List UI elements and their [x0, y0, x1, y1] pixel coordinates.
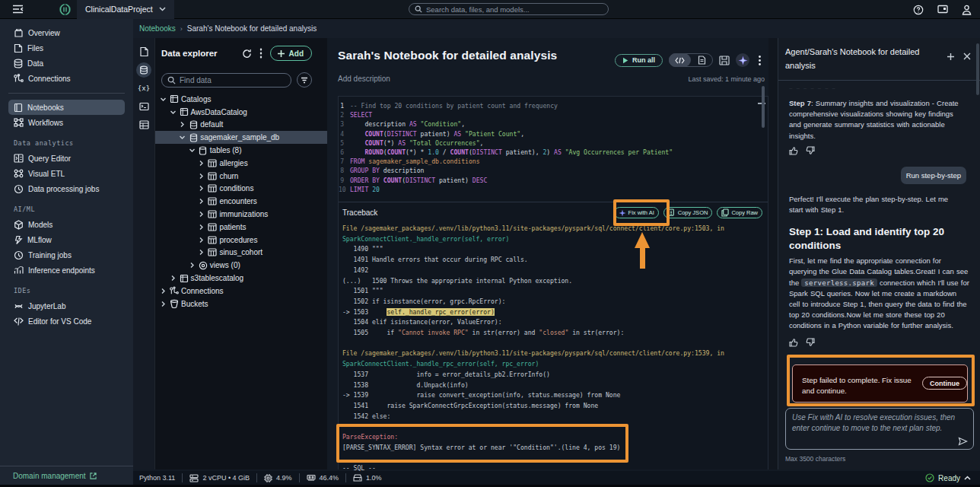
add-button[interactable]: Add: [270, 46, 312, 61]
notebook-scrollbar[interactable]: [762, 86, 765, 128]
table-panel-icon[interactable]: [136, 117, 151, 132]
agent-chat-input[interactable]: Use Fix with AI to resolve execution iss…: [785, 408, 974, 450]
sidebar-item-connections[interactable]: Connections: [8, 71, 125, 86]
global-search-input[interactable]: Search data, files, and models...: [409, 3, 609, 15]
tree-item-procedures[interactable]: procedures: [155, 234, 327, 247]
chevron-down-icon[interactable]: [170, 109, 177, 116]
find-data-input[interactable]: Find data: [161, 73, 291, 88]
memory-icon: [307, 474, 316, 482]
save-icon[interactable]: [719, 56, 730, 65]
tree-item-allergies[interactable]: allergies: [155, 157, 327, 170]
tree-item-patients[interactable]: patients: [155, 221, 327, 234]
tree-item-buckets[interactable]: Buckets: [155, 298, 327, 310]
domain-management-label: Domain management: [13, 472, 86, 480]
breadcrumb-notebooks-link[interactable]: Notebooks: [139, 24, 176, 33]
chevron-right-icon[interactable]: [198, 185, 205, 192]
sidebar-item-visual-etl[interactable]: Visual ETL: [8, 166, 125, 181]
sidebar-collapse-button[interactable]: [0, 5, 35, 14]
sidebar-item-files[interactable]: Files: [8, 40, 125, 56]
tree-item-sagemaker-sample-db[interactable]: sagemaker_sample_db: [155, 131, 327, 144]
chevron-right-icon[interactable]: [198, 198, 205, 205]
snippets-panel-icon[interactable]: [136, 99, 151, 114]
run-step-by-step-button[interactable]: Run step-by-step: [901, 167, 966, 184]
file-panel-icon[interactable]: [136, 44, 151, 59]
agent-scrollbar[interactable]: [976, 43, 979, 95]
code-editor[interactable]: 1-- Find top 20 conditions by patient co…: [339, 97, 768, 194]
traceback-line: 1502 if isinstance(error, grpc.RpcError)…: [342, 297, 766, 307]
continue-button[interactable]: Continue: [922, 377, 967, 390]
copy-raw-button[interactable]: Copy Raw: [717, 207, 762, 218]
refresh-icon[interactable]: [242, 49, 252, 59]
chevron-right-icon[interactable]: [179, 121, 186, 128]
database-panel-icon[interactable]: [136, 62, 151, 78]
chevron-right-icon[interactable]: [198, 224, 205, 231]
copy-json-button[interactable]: Copy JSON: [663, 207, 713, 218]
tree-item-immunizations[interactable]: immunizations: [155, 208, 327, 221]
tree-item-views-0-[interactable]: views (0): [155, 259, 327, 272]
app-logo[interactable]: [59, 3, 72, 16]
tree-item-encounters[interactable]: encounters: [155, 195, 327, 208]
kebab-menu-icon[interactable]: [259, 48, 262, 59]
chevron-down-icon[interactable]: [160, 96, 167, 103]
tree-item-churn[interactable]: churn: [155, 170, 327, 183]
traceback-line: SparkConnectClient._handle_error(self, e…: [342, 234, 766, 245]
close-icon[interactable]: [963, 53, 971, 60]
sidebar-item-jupyterlab[interactable]: JupyterLab: [8, 298, 125, 314]
new-chat-icon[interactable]: [947, 53, 955, 61]
chevron-down-icon[interactable]: [179, 134, 186, 141]
run-all-button[interactable]: Run all: [615, 54, 663, 67]
filter-button[interactable]: [297, 72, 312, 88]
chevron-right-icon[interactable]: [198, 160, 205, 167]
send-icon[interactable]: [958, 437, 968, 446]
amazon-q-button[interactable]: [736, 53, 749, 67]
sidebar-item-workflows[interactable]: Workflows: [8, 115, 125, 130]
document-view-toggle[interactable]: [691, 56, 712, 65]
tree-item-s3tablescatalog[interactable]: s3tablescatalog: [155, 272, 327, 285]
sidebar-item-notebooks[interactable]: Notebooks: [8, 100, 125, 115]
kernel-status[interactable]: Ready: [925, 473, 980, 482]
feedback-icon[interactable]: [937, 5, 948, 14]
chevron-right-icon[interactable]: [198, 211, 205, 218]
table-icon: [208, 223, 217, 231]
code-view-toggle[interactable]: [669, 53, 691, 67]
sidebar-item-editor-for-vs-code[interactable]: Editor for VS Code: [8, 314, 125, 329]
sidebar-item-models[interactable]: Models: [8, 217, 125, 232]
traceback-line: 1490 """: [342, 244, 766, 255]
chevron-right-icon[interactable]: [189, 262, 196, 269]
sidebar-item-data-processing-jobs[interactable]: Data processing jobs: [8, 181, 125, 196]
thumbs-up-icon[interactable]: [789, 338, 798, 347]
tree-item-default[interactable]: default: [155, 119, 327, 132]
code-line: 4 COUNT(DISTINCT patient) AS "Patient Co…: [339, 129, 768, 138]
sidebar-item-mlflow[interactable]: MLflow: [8, 232, 125, 247]
tree-item-tables-8-[interactable]: tables (8): [155, 144, 327, 157]
chevron-right-icon[interactable]: [198, 249, 205, 256]
traceback-line: SparkConnectClient._handle_rpc_error(sel…: [342, 359, 766, 370]
chevron-right-icon[interactable]: [170, 275, 177, 282]
chevron-right-icon[interactable]: [198, 237, 205, 244]
visual-etl-icon: [14, 169, 24, 178]
chevron-down-icon[interactable]: [189, 147, 196, 154]
sidebar-item-inference-endpoints[interactable]: Inference endpoints: [8, 263, 125, 278]
thumbs-down-icon[interactable]: [806, 146, 815, 155]
variables-panel-icon[interactable]: {x}: [136, 81, 151, 96]
sidebar-item-training-jobs[interactable]: Training jobs: [8, 247, 125, 263]
thumbs-up-icon[interactable]: [789, 146, 798, 155]
chevron-right-icon[interactable]: [160, 288, 167, 294]
sidebar-item-overview[interactable]: Overview: [8, 25, 125, 40]
tree-item-sinus-cohort[interactable]: sinus_cohort: [155, 247, 327, 259]
tree-item-awsdatacatalog[interactable]: AwsDataCatalog: [155, 106, 327, 119]
tree-item-connections[interactable]: Connections: [155, 285, 327, 298]
tree-item-catalogs[interactable]: Catalogs: [155, 93, 327, 106]
help-icon[interactable]: [913, 5, 924, 15]
more-options-icon[interactable]: [759, 56, 761, 65]
project-selector[interactable]: ClinicalDataProject: [77, 0, 174, 19]
fix-with-ai-button[interactable]: Fix with AI: [614, 207, 659, 218]
sidebar-item-data[interactable]: Data: [8, 56, 125, 71]
user-icon[interactable]: [962, 5, 972, 15]
thumbs-down-icon[interactable]: [806, 338, 815, 347]
chevron-right-icon[interactable]: [198, 173, 205, 180]
sidebar-item-query-editor[interactable]: Query Editor: [8, 151, 125, 166]
tree-item-conditions[interactable]: conditions: [155, 183, 327, 196]
domain-management-link[interactable]: Domain management: [13, 472, 97, 480]
chevron-right-icon[interactable]: [160, 301, 167, 307]
